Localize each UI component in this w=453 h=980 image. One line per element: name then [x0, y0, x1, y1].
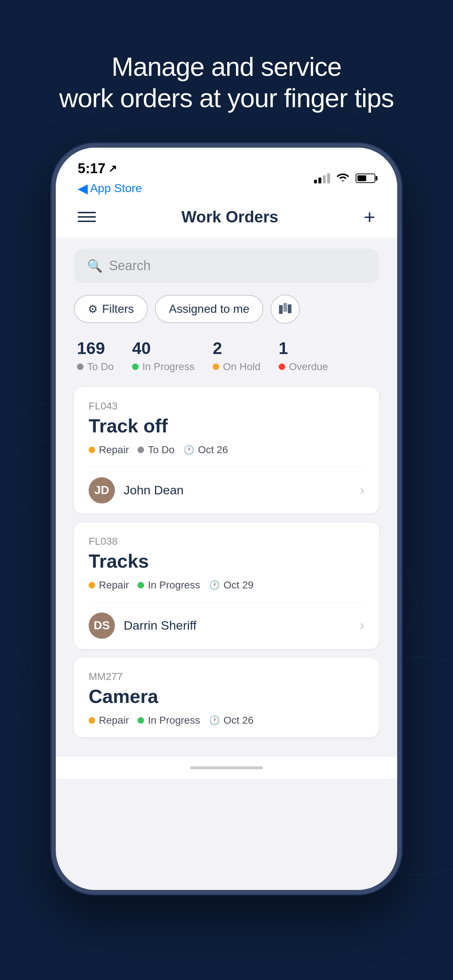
card-status-tag: In Progress	[137, 714, 200, 726]
type-label: Repair	[99, 714, 129, 726]
home-indicator	[56, 757, 397, 779]
inprogress-label-text: In Progress	[142, 361, 195, 372]
card-tags: Repair In Progress 🕐 Oct 26	[89, 714, 364, 726]
home-bar	[190, 766, 263, 769]
back-nav[interactable]: ◀ App Store	[78, 181, 142, 196]
work-order-card[interactable]: MM277 Camera Repair In Progress 🕐 Oct 26	[74, 658, 379, 737]
status-bar: 5:17 ↗ ◀ App Store	[56, 148, 397, 200]
card-assignee[interactable]: JD John Dean ›	[74, 467, 379, 514]
overdue-label-text: Overdue	[289, 361, 328, 372]
card-title: Track off	[89, 415, 364, 437]
card-type-tag: Repair	[89, 444, 129, 456]
avatar: DS	[89, 612, 115, 639]
phone-frame: 5:17 ↗ ◀ App Store	[51, 143, 402, 894]
date-label: Oct 29	[223, 579, 254, 591]
hero-text: Manage and service work orders at your f…	[59, 51, 394, 114]
hero-line1: Manage and service	[112, 52, 341, 81]
card-type-tag: Repair	[89, 579, 129, 591]
filter-sliders-icon: ⚙	[88, 302, 98, 315]
card-title: Camera	[89, 686, 364, 707]
status-label: In Progress	[148, 579, 200, 591]
filters-button[interactable]: ⚙ Filters	[74, 295, 148, 323]
map-button[interactable]	[271, 294, 300, 324]
wifi-icon	[337, 172, 349, 185]
card-date-tag: 🕐 Oct 26	[209, 714, 254, 726]
stat-onhold-count: 2	[213, 338, 260, 358]
todo-dot-icon	[77, 363, 83, 370]
stat-onhold: 2 On Hold	[213, 338, 260, 372]
date-label: Oct 26	[223, 714, 254, 726]
inprogress-dot-icon	[132, 363, 139, 370]
card-type-tag: Repair	[89, 714, 129, 726]
app-header: Work Orders +	[56, 200, 397, 238]
onhold-dot-icon	[213, 363, 219, 370]
stat-inprogress-count: 40	[132, 338, 195, 358]
work-order-card[interactable]: FL038 Tracks Repair In Progress 🕐 Oct 29	[74, 522, 379, 649]
card-date-tag: 🕐 Oct 29	[209, 579, 254, 591]
stat-overdue: 1 Overdue	[279, 338, 328, 372]
time-display: 5:17	[78, 161, 105, 177]
stat-inprogress-label: In Progress	[132, 361, 195, 372]
menu-button[interactable]	[78, 212, 96, 222]
hero-line2: work orders at your finger tips	[59, 83, 394, 113]
card-assignee[interactable]: DS Darrin Sheriff ›	[74, 602, 379, 649]
assignee-name: Darrin Sheriff	[124, 618, 196, 633]
card-header: FL038 Tracks Repair In Progress 🕐 Oct 29	[74, 522, 379, 591]
assignee-info: DS Darrin Sheriff	[89, 612, 196, 639]
page-title: Work Orders	[181, 208, 278, 226]
search-bar[interactable]: 🔍 Search	[74, 249, 379, 283]
card-id: MM277	[89, 671, 364, 682]
status-time: 5:17 ↗	[78, 161, 142, 177]
type-dot-icon	[89, 582, 95, 589]
status-dot-icon	[137, 717, 144, 724]
clock-icon: 🕐	[183, 445, 195, 455]
card-header: MM277 Camera Repair In Progress 🕐 Oct 26	[74, 658, 379, 726]
stat-onhold-label: On Hold	[213, 361, 260, 372]
filter-row: ⚙ Filters Assigned to me	[74, 294, 379, 324]
assigned-label: Assigned to me	[169, 302, 249, 315]
add-button[interactable]: +	[364, 207, 375, 227]
type-label: Repair	[99, 579, 129, 591]
type-dot-icon	[89, 717, 95, 724]
assignee-info: JD John Dean	[89, 477, 183, 503]
card-status-tag: To Do	[137, 444, 174, 456]
stat-overdue-label: Overdue	[279, 361, 328, 372]
status-label: To Do	[148, 444, 174, 456]
card-title: Tracks	[89, 550, 364, 572]
stat-todo-label: To Do	[77, 361, 114, 372]
card-tags: Repair In Progress 🕐 Oct 29	[89, 579, 364, 591]
chevron-right-icon: ›	[360, 617, 364, 633]
card-status-tag: In Progress	[137, 579, 200, 591]
assignee-name: John Dean	[124, 483, 183, 497]
card-tags: Repair To Do 🕐 Oct 26	[89, 444, 364, 456]
status-icons	[314, 172, 375, 185]
type-dot-icon	[89, 447, 95, 453]
location-icon: ↗	[108, 162, 117, 175]
date-label: Oct 26	[198, 444, 228, 456]
todo-label-text: To Do	[87, 361, 114, 372]
svg-rect-1	[283, 303, 287, 312]
clock-icon: 🕐	[209, 715, 220, 725]
battery-icon	[356, 173, 375, 183]
card-id: FL043	[89, 400, 364, 412]
work-order-card[interactable]: FL043 Track off Repair To Do 🕐 Oct 26	[74, 387, 379, 514]
card-id: FL038	[89, 536, 364, 547]
clock-icon: 🕐	[209, 580, 220, 590]
svg-rect-2	[288, 304, 292, 313]
type-label: Repair	[99, 444, 129, 456]
status-dot-icon	[137, 447, 144, 453]
stat-overdue-count: 1	[279, 338, 328, 358]
stat-todo: 169 To Do	[77, 338, 114, 372]
card-date-tag: 🕐 Oct 26	[183, 444, 228, 456]
chevron-right-icon: ›	[360, 482, 364, 498]
map-icon	[278, 302, 292, 316]
stats-row: 169 To Do 40 In Progress 2 On Hold	[74, 338, 379, 372]
search-placeholder: Search	[109, 258, 151, 274]
status-label: In Progress	[148, 714, 200, 726]
avatar: JD	[89, 477, 115, 503]
back-label: App Store	[90, 181, 142, 195]
assigned-to-me-button[interactable]: Assigned to me	[155, 295, 263, 323]
filters-label: Filters	[102, 302, 134, 316]
signal-bars	[314, 173, 330, 183]
status-dot-icon	[137, 582, 144, 589]
